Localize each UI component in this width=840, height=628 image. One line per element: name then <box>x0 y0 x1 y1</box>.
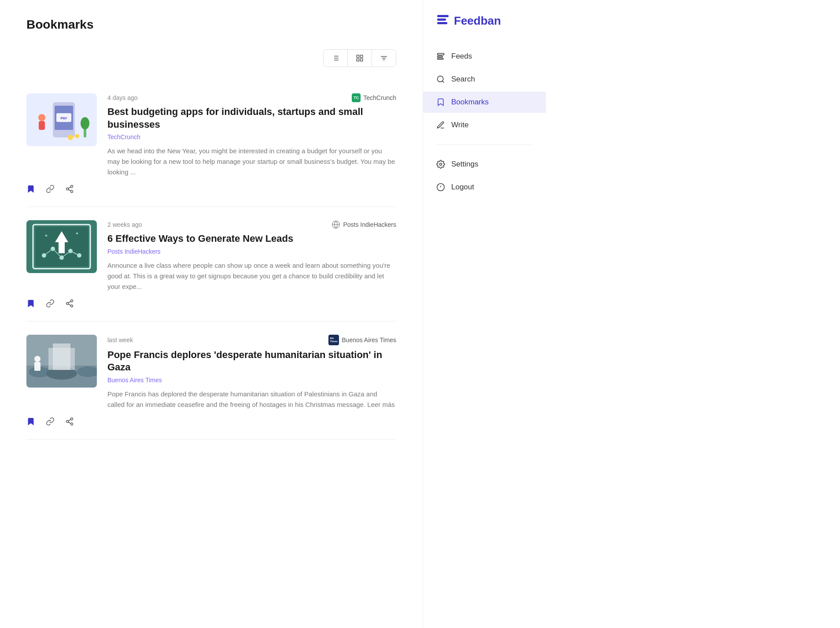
list-view-button[interactable] <box>324 50 348 66</box>
article-top: PAY 4 days ago <box>26 93 396 177</box>
svg-rect-67 <box>437 18 446 21</box>
article-actions <box>26 185 396 193</box>
article-thumbnail <box>26 220 97 273</box>
svg-line-49 <box>68 304 71 305</box>
source-name: TechCrunch <box>363 94 396 101</box>
article-actions <box>26 417 396 426</box>
svg-rect-70 <box>438 56 443 57</box>
sidebar-item-bookmarks[interactable]: Bookmarks <box>423 92 546 113</box>
svg-point-59 <box>34 356 41 362</box>
article-thumbnail: PAY <box>26 93 97 146</box>
svg-line-27 <box>68 189 71 191</box>
bookmark-button[interactable] <box>26 417 35 426</box>
sidebar-item-label: Write <box>451 121 468 129</box>
svg-point-72 <box>438 76 443 82</box>
svg-point-24 <box>71 185 73 188</box>
article-title[interactable]: Pope Francis deplores 'desperate humanit… <box>107 349 396 374</box>
sidebar-item-feeds[interactable]: Feeds <box>423 46 546 67</box>
sidebar-item-label: Feeds <box>451 52 472 61</box>
sidebar-item-settings[interactable]: Settings <box>423 154 546 175</box>
svg-line-28 <box>68 187 71 188</box>
svg-point-63 <box>71 423 73 425</box>
copy-link-button[interactable] <box>46 185 55 193</box>
sidebar-brand: Feedban <box>423 13 546 28</box>
article-feed-name: TechCrunch <box>107 133 396 140</box>
sidebar-item-logout[interactable]: Logout <box>423 177 546 198</box>
svg-point-26 <box>71 191 73 193</box>
svg-rect-68 <box>437 22 447 24</box>
article-source: TC TechCrunch <box>352 93 396 102</box>
sidebar-item-label: Settings <box>451 160 478 169</box>
article-thumbnail <box>26 335 97 388</box>
svg-rect-69 <box>438 53 444 55</box>
svg-line-73 <box>442 81 444 83</box>
svg-point-62 <box>66 420 69 422</box>
article-item: PAY 4 days ago <box>26 80 396 207</box>
svg-point-18 <box>38 114 45 121</box>
svg-rect-6 <box>357 55 359 57</box>
article-time: 2 weeks ago <box>107 221 142 228</box>
sidebar-item-write[interactable]: Write <box>423 115 546 136</box>
view-toggle-group <box>323 49 396 67</box>
article-source: Posts IndieHackers <box>332 220 396 229</box>
svg-rect-19 <box>39 121 45 130</box>
article-top: 2 weeks ago Posts IndieHackers 6 Effecti… <box>26 220 396 292</box>
share-button[interactable] <box>65 417 74 426</box>
sidebar-divider <box>436 144 533 145</box>
main-content: Bookmarks <box>0 0 423 628</box>
article-content: last week BATimes Buenos Aires Times Pop… <box>107 335 396 410</box>
svg-rect-7 <box>361 55 363 57</box>
article-content: 2 weeks ago Posts IndieHackers 6 Effecti… <box>107 220 396 292</box>
sidebar-item-label: Bookmarks <box>451 98 489 107</box>
article-excerpt: As we head into the New Year, you might … <box>107 146 396 177</box>
svg-rect-66 <box>437 15 449 17</box>
article-feed-name: Posts IndieHackers <box>107 248 396 255</box>
svg-line-64 <box>68 422 71 423</box>
view-toggle-bar <box>26 49 396 67</box>
article-top: last week BATimes Buenos Aires Times Pop… <box>26 335 396 410</box>
svg-line-50 <box>68 301 71 303</box>
article-meta-top: last week BATimes Buenos Aires Times <box>107 335 396 345</box>
copy-link-button[interactable] <box>46 299 55 308</box>
svg-point-22 <box>68 135 73 140</box>
source-icon-buenosaires: BATimes <box>328 335 339 345</box>
source-name: Buenos Aires Times <box>342 336 396 344</box>
search-icon <box>436 75 445 84</box>
article-excerpt: Announce a live class where people can s… <box>107 260 396 292</box>
svg-point-47 <box>66 302 69 304</box>
article-title[interactable]: Best budgeting apps for individuals, sta… <box>107 106 396 131</box>
bookmark-button[interactable] <box>26 185 35 193</box>
copy-link-button[interactable] <box>46 417 55 426</box>
article-time: last week <box>107 336 133 344</box>
settings-icon <box>436 160 445 169</box>
article-meta-top: 2 weeks ago Posts IndieHackers <box>107 220 396 229</box>
svg-rect-60 <box>34 362 41 371</box>
share-button[interactable] <box>65 185 74 193</box>
sidebar-nav: Feeds Search Bookmarks Write <box>423 46 546 198</box>
svg-point-25 <box>66 188 69 190</box>
brand-icon <box>436 13 449 28</box>
svg-point-74 <box>440 163 442 166</box>
article-content: 4 days ago TC TechCrunch Best budgeting … <box>107 93 396 177</box>
brand-name: Feedban <box>454 14 501 28</box>
svg-point-23 <box>75 134 79 138</box>
share-button[interactable] <box>65 299 74 308</box>
article-item: last week BATimes Buenos Aires Times Pop… <box>26 321 396 440</box>
article-list: PAY 4 days ago <box>26 80 396 440</box>
filter-button[interactable] <box>372 50 396 66</box>
svg-point-21 <box>81 117 89 129</box>
feeds-icon <box>436 52 445 61</box>
article-title[interactable]: 6 Effective Ways to Generate New Leads <box>107 233 396 245</box>
svg-rect-71 <box>438 58 443 59</box>
article-source: BATimes Buenos Aires Times <box>328 335 396 345</box>
article-excerpt: Pope Francis has deplored the desperate … <box>107 389 396 410</box>
sidebar-item-search[interactable]: Search <box>423 69 546 90</box>
logout-icon <box>436 183 445 192</box>
svg-rect-58 <box>53 344 70 370</box>
grid-view-button[interactable] <box>348 50 372 66</box>
svg-rect-20 <box>84 129 86 137</box>
bookmark-button[interactable] <box>26 299 35 308</box>
sidebar: Feedban Feeds Search Bookmarks <box>423 0 546 628</box>
article-time: 4 days ago <box>107 94 138 101</box>
svg-point-42 <box>76 233 78 234</box>
